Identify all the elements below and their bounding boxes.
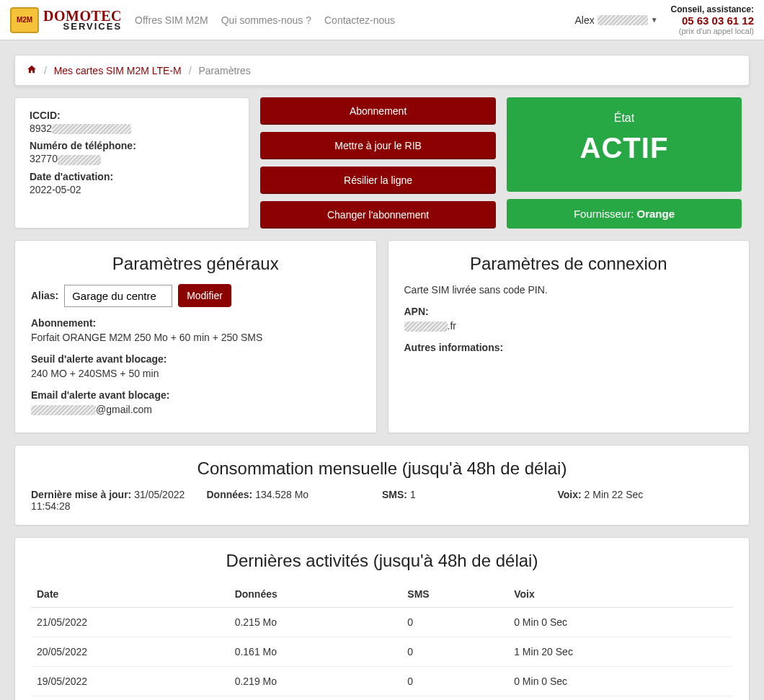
activation-value: 2022-05-02 [30,184,234,195]
assistance-phone: 05 63 03 61 12 [671,14,754,27]
rib-button[interactable]: Mettre à jour le RIB [260,132,495,159]
activation-label: Date d'activation: [30,171,234,182]
status-box: État ACTIF [507,97,742,192]
connection-params-card: Paramètres de connexion Carte SIM livrée… [388,240,750,433]
assistance-label: Conseil, assistance: [671,4,754,14]
action-buttons: Abonnement Mettre à jour le RIB Résilier… [260,97,495,229]
modify-alias-button[interactable]: Modifier [178,284,231,307]
assistance-block: Conseil, assistance: 05 63 03 61 12 (pri… [671,4,754,35]
col-sms: SMS [401,581,508,608]
logo[interactable]: M2M DOMOTEC SERVICES [10,7,122,33]
etat-label: État [514,112,734,125]
pin-info: Carte SIM livrée sans code PIN. [404,284,734,296]
consumption-title: Consommation mensuelle (jusqu'à 48h de d… [31,458,733,479]
general-params-card: Paramètres généraux Alias: Modifier Abon… [14,240,377,433]
etat-value: ACTIF [514,132,734,164]
nav-link-offres[interactable]: Offres SIM M2M [135,14,208,26]
changer-abo-button[interactable]: Changer l'abonnement [260,201,495,229]
conso-update: Dernière mise à jour: 31/05/2022 11:54:2… [31,489,207,512]
nav-link-contact[interactable]: Contactez-nous [324,14,395,26]
supplier-value: Orange [636,208,675,220]
logo-chip-icon: M2M [10,7,39,33]
iccid-value: 8932 [30,123,234,134]
conso-voice: Voix: 2 Min 22 Sec [558,489,734,512]
user-name-prefix: Alex [574,14,594,26]
seuil-value: 240 MO + 240SMS + 50 min [31,368,360,379]
seuil-label: Seuil d'alerte avant blocage: [31,353,360,365]
nav-links: Offres SIM M2M Qui sommes-nous ? Contact… [135,14,395,26]
table-row: 21/05/20220.215 Mo00 Min 0 Sec [31,608,733,637]
phone-value: 32770 [30,153,234,164]
email-redacted [31,405,96,415]
email-alert-value: @gmail.com [31,404,360,415]
status-column: État ACTIF Fournisseur: Orange [507,97,742,229]
conso-data: Données: 134.528 Mo [207,489,383,512]
general-params-title: Paramètres généraux [31,254,360,274]
iccid-redacted [52,124,131,134]
supplier-label: Fournisseur: [574,208,637,220]
phone-label: Numéro de téléphone: [30,140,234,151]
alias-input[interactable] [64,285,172,307]
abonnement-value: Forfait ORANGE M2M 250 Mo + 60 min + 250… [31,332,360,343]
abonnement-button[interactable]: Abonnement [260,97,495,125]
table-row: 18/05/20220.000 Mo00 Min 40 Sec [31,696,733,700]
other-info-label: Autres informations: [404,342,734,353]
breadcrumb-link[interactable]: Mes cartes SIM M2M LTE-M [54,65,182,76]
activity-title: Dernières activités (jusqu'à 48h de déla… [31,551,733,571]
nav-link-qui[interactable]: Qui sommes-nous ? [221,14,311,26]
activity-card: Dernières activités (jusqu'à 48h de déla… [14,537,750,700]
sim-info-card: ICCID: 8932 Numéro de téléphone: 32770 D… [14,97,249,229]
breadcrumb: / Mes cartes SIM M2M LTE-M / Paramètres [14,55,750,86]
col-data: Données [229,581,402,608]
iccid-label: ICCID: [30,110,234,121]
consumption-card: Consommation mensuelle (jusqu'à 48h de d… [14,445,750,526]
user-name-redacted [598,15,648,25]
user-menu[interactable]: Alex ▼ [574,14,657,26]
home-icon[interactable] [27,65,40,76]
apn-label: APN: [404,306,734,317]
col-voice: Voix [508,581,733,608]
apn-value: .fr [404,320,734,332]
resilier-button[interactable]: Résilier la ligne [260,167,495,194]
connection-params-title: Paramètres de connexion [404,254,734,274]
table-row: 20/05/20220.161 Mo01 Min 20 Sec [31,637,733,667]
conso-sms: SMS: 1 [382,489,558,512]
table-row: 19/05/20220.219 Mo00 Min 0 Sec [31,667,733,696]
email-alert-label: Email d'alerte avant blocage: [31,389,360,401]
abonnement-label: Abonnement: [31,317,360,329]
activity-table: Date Données SMS Voix 21/05/20220.215 Mo… [31,581,733,700]
col-date: Date [31,581,229,608]
assistance-sub: (prix d'un appel local) [671,27,754,35]
supplier-box: Fournisseur: Orange [507,199,742,229]
breadcrumb-current: Paramètres [198,65,250,76]
apn-redacted [404,322,448,332]
navbar: M2M DOMOTEC SERVICES Offres SIM M2M Qui … [0,0,764,40]
logo-brand: DOMOTEC [43,9,122,22]
alias-label: Alias: [31,290,58,301]
chevron-down-icon: ▼ [651,16,658,24]
phone-redacted [58,155,101,165]
